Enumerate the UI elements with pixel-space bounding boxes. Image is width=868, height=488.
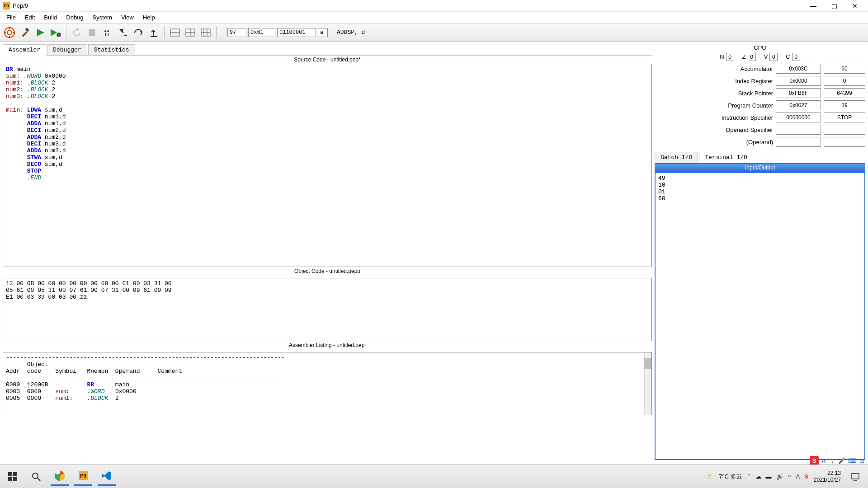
listing-title: Assembler Listing - untitled.pepl: [3, 341, 652, 349]
svg-point-5: [104, 30, 106, 32]
lifebuoy-icon[interactable]: [3, 26, 16, 39]
bin-field[interactable]: [277, 28, 316, 37]
tab-statistics[interactable]: Statistics: [88, 44, 135, 55]
cpu-row: Stack Pointer 0xFB8F 64399: [655, 88, 865, 98]
tray-sogou-icon[interactable]: S: [804, 473, 808, 480]
menu-system[interactable]: System: [88, 12, 117, 23]
menu-build[interactable]: Build: [39, 12, 61, 23]
io-terminal[interactable]: 49 10 01 60: [655, 172, 865, 460]
tray-input-icon[interactable]: A: [796, 473, 800, 480]
cpu-label: Operand Specifier: [726, 127, 773, 133]
cpu-dec-field: STOP: [824, 113, 865, 122]
cpu-label: Program Counter: [728, 102, 773, 109]
hammer-icon[interactable]: [18, 26, 32, 39]
svg-rect-2: [25, 28, 29, 32]
svg-rect-18: [8, 477, 12, 481]
flag-z: 0: [748, 53, 756, 61]
tab-terminal-io[interactable]: Terminal I/O: [699, 152, 753, 163]
step-icon[interactable]: [101, 26, 114, 39]
source-title: Source Code - untitled.pep*: [3, 56, 652, 64]
source-code-editor[interactable]: BR main sum: .WORD 0x0000 num1: .BLOCK 2…: [3, 64, 652, 267]
object-code-view[interactable]: 12 00 0B 00 00 00 00 00 00 00 00 C1 00 0…: [3, 278, 652, 341]
svg-point-1: [7, 30, 12, 35]
run-icon[interactable]: [33, 26, 47, 39]
ime-mic-icon[interactable]: 🎤: [838, 457, 845, 464]
listing-scrollbar[interactable]: [644, 352, 651, 415]
window-title: Pep/9: [13, 2, 803, 9]
cpu-label: Index Register: [735, 78, 773, 84]
tray-wifi-icon[interactable]: ⌔: [788, 473, 792, 480]
step-over-icon[interactable]: [132, 26, 145, 39]
flag-n: 0: [726, 53, 734, 61]
step-out-icon[interactable]: [147, 26, 160, 39]
cpu-panel: CPU N0 Z0 V0 C0 Accumulator 0x003C 60Ind…: [655, 44, 865, 149]
ime-punct-icon[interactable]: '，: [829, 456, 835, 465]
layout-2-icon[interactable]: [184, 26, 197, 39]
cpu-row: Instruction Specifier 00000000 STOP: [655, 113, 865, 122]
svg-point-20: [33, 473, 38, 479]
cpu-row: Accumulator 0x003C 60: [655, 64, 865, 74]
cpu-label: Instruction Specifier: [722, 114, 773, 121]
tab-batch-io[interactable]: Batch I/O: [655, 152, 698, 163]
cpu-dec-field: 64399: [824, 88, 865, 98]
cpu-title: CPU: [655, 44, 865, 51]
cpu-hex-field: 0x0027: [776, 100, 821, 110]
cpu-label: Stack Pointer: [738, 90, 773, 97]
step-into-icon[interactable]: [116, 26, 130, 39]
ime-keyboard-icon[interactable]: ⌨: [848, 457, 857, 464]
menu-view[interactable]: View: [117, 12, 138, 23]
cpu-row: Index Register 0x0000 0: [655, 76, 865, 86]
instr-decode-text: ADDSP, d: [337, 29, 365, 36]
titlebar: P9 Pep/9 — ▢ ✕: [0, 0, 868, 12]
minimize-button[interactable]: —: [803, 0, 824, 11]
ime-grid-icon[interactable]: ⊞: [859, 457, 864, 464]
cpu-hex-field: 0x003C: [776, 64, 821, 74]
layout-1-icon[interactable]: [168, 26, 182, 39]
cpu-hex-field: 0xFB8F: [776, 88, 821, 98]
cpu-dec-field: [824, 137, 865, 147]
chrome-task[interactable]: [51, 468, 69, 486]
ime-s-icon[interactable]: S: [810, 456, 819, 465]
flag-v: 0: [769, 53, 778, 61]
stop-icon[interactable]: [85, 26, 99, 39]
tray-chevron-icon[interactable]: ˄: [748, 473, 751, 480]
close-button[interactable]: ✕: [844, 0, 865, 11]
cpu-hex-field: 00000000: [776, 113, 821, 122]
layout-3-icon[interactable]: [199, 26, 212, 39]
io-header: Input/Output: [655, 163, 865, 172]
taskbar-clock[interactable]: 22:13 2021/10/27: [814, 470, 841, 483]
dec-field[interactable]: [227, 28, 246, 37]
menu-file[interactable]: File: [2, 12, 20, 23]
tab-debugger[interactable]: Debugger: [47, 44, 87, 55]
cpu-row: (Operand): [655, 137, 865, 147]
pep9-task[interactable]: P9: [74, 468, 92, 486]
run-debug-icon[interactable]: [49, 26, 62, 39]
weather-widget[interactable]: ⛅ 7°C 多云: [707, 473, 742, 481]
hex-field[interactable]: [248, 28, 275, 37]
svg-line-21: [38, 478, 40, 481]
listing-view[interactable]: ----------------------------------------…: [3, 352, 652, 415]
menu-debug[interactable]: Debug: [61, 12, 88, 23]
tray-battery-icon[interactable]: ▬: [766, 473, 772, 480]
menu-help[interactable]: Help: [138, 12, 160, 23]
tray-cloud-icon[interactable]: ☁: [755, 473, 761, 480]
notifications-button[interactable]: [846, 468, 864, 486]
cpu-row: Program Counter 0x0027 39: [655, 100, 865, 110]
vscode-task[interactable]: [98, 468, 116, 486]
search-button[interactable]: [27, 468, 45, 486]
clock-date: 2021/10/27: [814, 477, 841, 483]
tab-assembler[interactable]: Assembler: [3, 44, 46, 56]
weather-text: 7°C 多云: [719, 473, 742, 481]
start-button[interactable]: [4, 468, 22, 486]
mode-field[interactable]: [318, 28, 328, 37]
cpu-hex-field: 0x0000: [776, 76, 821, 86]
tray-volume-icon[interactable]: 🔊: [776, 473, 783, 480]
maximize-button[interactable]: ▢: [824, 0, 844, 11]
taskbar: P9 ⛅ 7°C 多云 ˄ ☁ ▬ 🔊 ⌔ A S 22:13 2021/10/…: [0, 465, 868, 488]
ime-mode[interactable]: A: [821, 457, 826, 464]
cpu-label: Accumulator: [741, 66, 773, 72]
menu-edit[interactable]: Edit: [20, 12, 39, 23]
reload-icon[interactable]: [70, 26, 84, 39]
svg-rect-17: [13, 472, 17, 476]
flag-c: 0: [792, 53, 800, 61]
